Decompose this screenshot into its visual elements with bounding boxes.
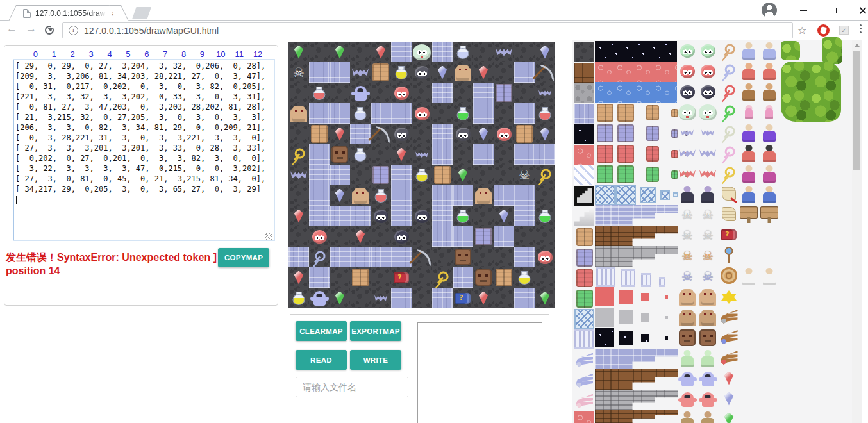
palette-sprite-door[interactable] — [574, 247, 594, 267]
palette-sprite-tex-bluebrick[interactable] — [574, 104, 594, 124]
map-tile[interactable] — [330, 267, 350, 288]
map-tile[interactable] — [494, 288, 514, 308]
back-icon[interactable]: ← — [6, 22, 17, 35]
map-tile[interactable] — [391, 124, 412, 144]
palette-sprite-wing[interactable] — [574, 370, 594, 390]
map-tile[interactable] — [350, 62, 371, 83]
palette-sprite-hero-boy[interactable] — [760, 185, 778, 204]
map-tile[interactable] — [371, 165, 391, 185]
palette-sprite-door[interactable] — [595, 103, 615, 123]
matrix-textarea[interactable] — [13, 60, 274, 240]
map-tile[interactable] — [453, 83, 473, 103]
map-tile[interactable] — [535, 267, 555, 288]
reload-icon[interactable] — [45, 26, 54, 35]
palette-sprite-key[interactable] — [721, 103, 737, 120]
map-tile[interactable] — [535, 62, 555, 83]
palette-sprite-s-sq[interactable] — [619, 310, 633, 324]
window-minimize-button[interactable] — [794, 4, 813, 17]
map-tile[interactable] — [412, 206, 432, 226]
tab-close-icon[interactable]: × — [111, 8, 117, 18]
palette-sprite-door[interactable] — [642, 123, 663, 144]
map-tile[interactable] — [350, 247, 371, 267]
palette-sprite-old-man[interactable] — [740, 41, 758, 60]
profile-icon[interactable] — [762, 3, 777, 18]
map-tile[interactable] — [309, 83, 330, 103]
map-tile[interactable] — [494, 247, 514, 267]
map-tile[interactable] — [371, 62, 391, 83]
map-tile[interactable] — [535, 165, 555, 185]
palette-sprite-lattice[interactable] — [673, 192, 678, 197]
palette-sprite-pink-monster-wall[interactable] — [740, 226, 778, 245]
map-tile[interactable] — [288, 124, 309, 144]
map-tile[interactable] — [432, 206, 453, 226]
palette-sprite-wing[interactable] — [574, 350, 594, 370]
palette-sprite-door[interactable] — [595, 164, 615, 185]
palette-sprite-s-sq[interactable] — [641, 313, 649, 322]
map-tile[interactable] — [330, 185, 350, 206]
palette-sprite-fairy[interactable] — [740, 103, 758, 122]
map-tile[interactable] — [288, 247, 309, 267]
palette-sprite-purple-priest[interactable] — [699, 369, 717, 388]
map-tile[interactable] — [453, 144, 473, 165]
map-tile[interactable] — [391, 247, 412, 267]
map-tile[interactable] — [473, 206, 494, 226]
map-tile[interactable] — [309, 103, 330, 124]
palette-sprite-tex-star[interactable] — [595, 328, 614, 347]
palette-sprite-purple-monster-wall[interactable] — [740, 246, 778, 265]
map-tile[interactable] — [535, 83, 555, 103]
palette-sprite-gem[interactable] — [721, 410, 737, 423]
palette-sprite-tex-redcave[interactable] — [574, 145, 594, 165]
map-tile[interactable] — [350, 103, 371, 124]
page-info-icon[interactable]: i — [69, 26, 78, 35]
palette-sprite-door[interactable] — [615, 144, 636, 164]
palette-sprite-s-sq[interactable] — [641, 293, 649, 301]
map-tile[interactable] — [330, 206, 350, 226]
map-tile[interactable] — [514, 83, 535, 103]
address-bar[interactable]: i 127.0.0.1:1055/drawMapGUI.html — [62, 22, 793, 38]
page-scrollbar[interactable] — [852, 40, 862, 423]
map-tile[interactable] — [494, 42, 514, 62]
palette-sprite-wizard[interactable] — [760, 123, 778, 142]
map-tile[interactable] — [514, 267, 535, 288]
map-tile[interactable] — [473, 124, 494, 144]
map-tile[interactable] — [309, 226, 330, 247]
palette-sprite-green-slime[interactable] — [699, 41, 717, 60]
palette-sprite-tree[interactable] — [822, 37, 842, 64]
palette-sprite-pillar[interactable] — [641, 273, 651, 287]
palette-sprite-pillar[interactable] — [596, 267, 615, 287]
map-tile[interactable] — [535, 247, 555, 267]
write-button[interactable]: WRITE — [350, 350, 401, 370]
map-tile[interactable] — [391, 42, 412, 62]
map-tile[interactable] — [473, 62, 494, 83]
palette-sprite-red-slime[interactable] — [699, 62, 717, 81]
map-tile[interactable] — [350, 165, 371, 185]
map-tile[interactable] — [350, 124, 371, 144]
palette-sprite-skeleton-knight[interactable] — [678, 267, 696, 286]
palette-sprite-tex-redcave[interactable] — [574, 411, 594, 423]
palette-sprite-key[interactable] — [721, 41, 737, 59]
palette-sprite-red-bat[interactable] — [678, 164, 696, 183]
map-tile[interactable] — [391, 144, 412, 165]
map-tile[interactable] — [432, 185, 453, 206]
palette-sprite-skeleton-knight[interactable] — [699, 267, 717, 286]
map-tile[interactable] — [514, 165, 535, 185]
browser-tab[interactable]: 127.0.0.1:1055/drawMa × — [21, 5, 117, 21]
map-tile[interactable] — [288, 165, 309, 185]
palette-sprite-tex-star[interactable] — [665, 336, 668, 340]
map-tile[interactable] — [453, 124, 473, 144]
palette-sprite-tex-bluewater[interactable] — [595, 82, 677, 103]
map-tile[interactable] — [473, 83, 494, 103]
map-tile[interactable] — [391, 206, 412, 226]
palette-sprite-s-sq[interactable] — [665, 316, 668, 319]
map-tile[interactable] — [412, 42, 432, 62]
palette-sprite-tex-dark[interactable] — [574, 42, 594, 62]
palette-sprite-door[interactable] — [642, 103, 663, 123]
palette-sprite-tex-star[interactable] — [574, 124, 594, 144]
palette-sprite-star[interactable] — [721, 287, 737, 305]
map-tile[interactable] — [391, 83, 412, 103]
map-tile[interactable] — [309, 165, 330, 185]
palette-sprite-traveler[interactable] — [678, 410, 696, 423]
palette-sprite-skeleton-captain[interactable] — [678, 246, 696, 265]
exportmap-button[interactable]: EXPORTMAP — [350, 321, 401, 341]
map-tile[interactable] — [330, 83, 350, 103]
